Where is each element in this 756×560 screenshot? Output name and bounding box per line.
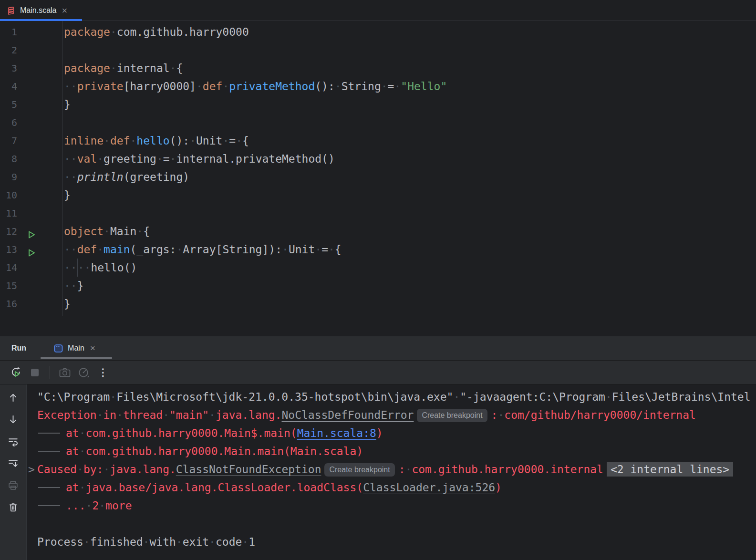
- down-stack-trace-button[interactable]: [5, 411, 21, 427]
- console-token: com.github.harry0000.Main$.main(: [86, 427, 297, 439]
- code-token: =: [229, 135, 236, 147]
- gutter: [17, 150, 62, 168]
- soft-wrap-icon: [8, 436, 19, 447]
- code-token: ·: [335, 80, 342, 93]
- gutter: [17, 132, 62, 150]
- code-token: def: [110, 135, 130, 147]
- print-button[interactable]: [5, 477, 21, 493]
- code-token: }: [64, 98, 71, 111]
- create-breakpoint-badge[interactable]: Create breakpoint: [324, 463, 394, 477]
- code-token: {: [176, 62, 183, 74]
- tab-main-scala[interactable]: Main.scala ×: [0, 0, 82, 21]
- splitter[interactable]: [0, 316, 756, 336]
- code-line: 16}: [0, 295, 756, 313]
- clear-console-button[interactable]: [5, 499, 21, 515]
- run-configuration-icon: [54, 344, 63, 353]
- code-token: ·: [394, 80, 401, 93]
- code-text: }: [62, 95, 71, 114]
- code-text: object·Main·{: [62, 222, 150, 240]
- folded-lines-region[interactable]: <2 internal lines>: [607, 462, 733, 477]
- line-number: 2: [0, 41, 17, 59]
- code-token: greeting: [104, 153, 156, 165]
- run-toolwindow-header: Run Main ×: [0, 336, 756, 361]
- tab-title: Main.scala: [20, 6, 56, 15]
- run-line-icon[interactable]: [27, 245, 36, 254]
- code-token: ·: [196, 80, 203, 93]
- console-token: code: [216, 536, 242, 548]
- stop-icon: [30, 367, 40, 378]
- console-token: ): [495, 481, 502, 494]
- console-token: exit: [183, 536, 209, 548]
- console-token: "C:\Program: [37, 391, 110, 403]
- run-toolwindow-title: Run: [11, 344, 26, 353]
- console-token: ·: [405, 463, 412, 476]
- rerun-button[interactable]: [10, 366, 22, 379]
- code-editor[interactable]: 1package·com.github.harry000023package·i…: [0, 21, 756, 316]
- console-toolbar: [0, 384, 27, 560]
- console-token: ·: [104, 463, 110, 476]
- code-token: hello: [136, 135, 169, 147]
- console-token: in: [103, 409, 116, 421]
- line-number: 11: [0, 204, 17, 222]
- console-token: 1: [249, 536, 255, 548]
- code-token: {: [242, 135, 249, 147]
- up-stack-trace-button[interactable]: [5, 389, 21, 405]
- code-token: Array[String]):: [183, 243, 282, 256]
- tab-whitespace: [38, 505, 60, 506]
- code-token: Unit: [289, 243, 315, 256]
- code-token: package: [64, 26, 110, 38]
- console-token: ·: [79, 481, 86, 494]
- more-options-button[interactable]: ⋮: [97, 366, 109, 379]
- console-output[interactable]: "C:\Program·Files\Microsoft\jdk-21.0.0.3…: [27, 384, 756, 560]
- screenshot-button[interactable]: [59, 366, 71, 379]
- console-token: finished: [90, 536, 143, 548]
- editor-tab-bar: Main.scala ×: [0, 0, 756, 21]
- line-number: 10: [0, 186, 17, 204]
- close-icon[interactable]: ×: [89, 343, 96, 353]
- console-line: at·com.github.harry0000.Main$.main(Main.…: [37, 424, 756, 442]
- stop-button[interactable]: [29, 366, 41, 379]
- code-token: {: [335, 243, 342, 256]
- scroll-to-end-button[interactable]: [5, 455, 21, 471]
- class-link[interactable]: ClassNotFoundException: [176, 463, 321, 476]
- class-link[interactable]: NoClassDefFoundError: [281, 409, 414, 421]
- code-token: com.github.harry0000: [117, 26, 249, 38]
- code-token: [harry0000]: [124, 80, 196, 93]
- code-token: inline: [64, 135, 104, 147]
- line-number: 9: [0, 168, 17, 186]
- console-token: ·: [97, 409, 104, 421]
- code-token: (_args:: [130, 243, 176, 256]
- code-token: ·: [156, 153, 163, 165]
- code-token: private: [77, 80, 124, 93]
- close-icon[interactable]: ×: [61, 6, 68, 15]
- console-token: ...: [66, 499, 86, 512]
- console-token: :: [491, 409, 498, 421]
- gutter: [17, 259, 62, 277]
- code-line: 4··private[harry0000]·def·privateMethod(…: [0, 77, 756, 95]
- code-token: "Hello": [401, 80, 447, 93]
- console-token: ·: [116, 409, 123, 421]
- fold-chevron-icon[interactable]: >: [28, 460, 35, 478]
- class-link[interactable]: ClassLoader.java:526: [363, 481, 495, 494]
- code-line: 14····hello(): [0, 259, 756, 277]
- code-token: ·: [170, 62, 176, 74]
- console-token: ·: [209, 536, 216, 548]
- console-line: [37, 515, 756, 533]
- code-line: 6: [0, 114, 756, 132]
- code-token: main: [104, 243, 130, 256]
- code-text: }: [62, 295, 71, 313]
- code-token: object: [64, 225, 104, 238]
- source-link[interactable]: Main.scala:8: [297, 427, 376, 439]
- code-line: 13··def·main(_args:·Array[String]):·Unit…: [0, 240, 756, 259]
- profiler-button[interactable]: [78, 366, 90, 379]
- code-token: ():: [170, 135, 190, 147]
- console-token: ·: [605, 391, 612, 403]
- console-token: 2: [92, 499, 99, 512]
- run-line-icon[interactable]: [27, 227, 36, 236]
- console-token: com.github.harry0000.Main.main(Main.scal…: [86, 445, 363, 457]
- console-line: "C:\Program·Files\Microsoft\jdk-21.0.0.3…: [37, 388, 756, 406]
- soft-wrap-button[interactable]: [5, 433, 21, 449]
- run-tab-main[interactable]: Main ×: [54, 343, 96, 353]
- create-breakpoint-badge[interactable]: Create breakpoint: [417, 409, 487, 422]
- code-token: ·: [110, 62, 117, 74]
